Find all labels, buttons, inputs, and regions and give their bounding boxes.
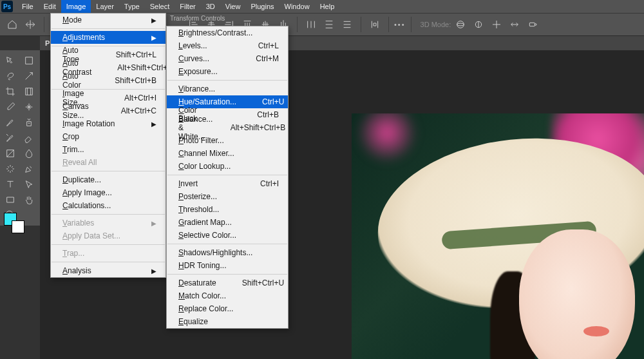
- image-menu-dropdown: Mode▶Adjustments▶Auto ToneShift+Ctrl+LAu…: [50, 13, 166, 278]
- frame-tool[interactable]: [20, 84, 38, 99]
- orbit-3d-icon[interactable]: [452, 16, 469, 33]
- distribute-h-icon[interactable]: [303, 16, 319, 33]
- type-tool[interactable]: [1, 177, 19, 192]
- adjustments-item[interactable]: Gradient Map...: [167, 216, 288, 229]
- image-menu-item[interactable]: Auto ColorShift+Ctrl+B: [51, 74, 166, 87]
- menu-view[interactable]: View: [220, 0, 246, 13]
- slide-3d-icon[interactable]: [506, 16, 523, 33]
- adjustments-item[interactable]: Selective Color...: [167, 229, 288, 242]
- adjustments-item[interactable]: Brightness/Contrast...: [167, 26, 288, 39]
- adjustments-item[interactable]: InvertCtrl+I: [167, 177, 288, 190]
- menu-separator: [167, 244, 287, 244]
- divider: [44, 17, 44, 32]
- adjustments-item[interactable]: Posterize...: [167, 190, 288, 203]
- menu-plugins[interactable]: Plugins: [245, 0, 279, 13]
- path-select-tool[interactable]: [20, 177, 38, 192]
- background-color-swatch[interactable]: [12, 220, 24, 233]
- pan-3d-icon[interactable]: [488, 16, 505, 33]
- svg-point-0: [457, 21, 464, 28]
- image-menu-item[interactable]: Analysis▶: [51, 264, 166, 277]
- adjustments-item[interactable]: HDR Toning...: [167, 259, 288, 272]
- distribute-b-icon[interactable]: [339, 16, 355, 33]
- menu-select[interactable]: Select: [145, 0, 175, 13]
- more-options-icon[interactable]: •••: [394, 21, 406, 28]
- adjustments-item[interactable]: Curves...Ctrl+M: [167, 52, 288, 65]
- marquee-tool[interactable]: [20, 53, 38, 68]
- svg-point-4: [535, 24, 537, 26]
- image-menu-item[interactable]: Crop: [51, 130, 166, 143]
- divider: [388, 17, 389, 32]
- move-tool[interactable]: [1, 53, 19, 68]
- image-menu-item: Variables▶: [51, 217, 166, 229]
- divider: [411, 17, 412, 32]
- distribute-v-icon[interactable]: [321, 16, 337, 33]
- spot-heal-tool[interactable]: [20, 99, 38, 115]
- menubar: Ps FileEditImageLayerTypeSelectFilter3DV…: [0, 0, 644, 13]
- adjustments-item[interactable]: Channel Mixer...: [167, 147, 288, 160]
- menu-image[interactable]: Image: [61, 0, 91, 13]
- brush-tool[interactable]: [1, 115, 19, 130]
- dodge-tool[interactable]: [1, 161, 19, 177]
- adjustments-item[interactable]: Exposure...: [167, 65, 288, 78]
- move-handles-icon[interactable]: [22, 16, 39, 33]
- image-menu-item: Reveal All: [51, 156, 166, 169]
- adjustments-item[interactable]: Levels...Ctrl+L: [167, 39, 288, 52]
- menu-help[interactable]: Help: [315, 0, 340, 13]
- menu-layer[interactable]: Layer: [91, 0, 119, 13]
- roll-3d-icon[interactable]: [470, 16, 487, 33]
- rectangle-tool[interactable]: [1, 192, 19, 208]
- image-menu-item: Apply Data Set...: [51, 229, 166, 242]
- menu-separator: [167, 274, 287, 275]
- image-menu-item[interactable]: Canvas Size...Alt+Ctrl+C: [51, 104, 166, 117]
- menu-edit[interactable]: Edit: [39, 0, 61, 13]
- image-menu-item[interactable]: Image Rotation▶: [51, 117, 166, 130]
- crop-tool[interactable]: [1, 84, 19, 99]
- adjustments-item[interactable]: Replace Color...: [167, 302, 288, 315]
- image-menu-item[interactable]: Calculations...: [51, 199, 166, 212]
- menu-separator: [52, 244, 165, 245]
- zoom-3d-icon[interactable]: [524, 16, 541, 33]
- home-icon[interactable]: [4, 16, 21, 33]
- magic-wand-tool[interactable]: [20, 68, 38, 84]
- distribute-spacing-icon[interactable]: [366, 16, 383, 33]
- menu-filter[interactable]: Filter: [175, 0, 200, 13]
- adjustments-item[interactable]: Match Color...: [167, 289, 288, 302]
- blur-tool[interactable]: [20, 146, 38, 161]
- adjustments-item[interactable]: Color Lookup...: [167, 160, 288, 173]
- adjustments-item[interactable]: Photo Filter...: [167, 134, 288, 147]
- menu-separator: [52, 214, 165, 215]
- transform-controls-label: Transform Controls: [170, 15, 225, 22]
- pen-tool[interactable]: [20, 161, 38, 177]
- adjustments-submenu: Brightness/Contrast...Levels...Ctrl+LCur…: [166, 26, 289, 329]
- image-menu-item[interactable]: Trim...: [51, 143, 166, 156]
- mode3d-label: 3D Mode:: [421, 21, 451, 28]
- gradient-tool[interactable]: [1, 146, 19, 161]
- menu-type[interactable]: Type: [119, 0, 145, 13]
- history-brush-tool[interactable]: [1, 130, 19, 146]
- image-menu-item[interactable]: Adjustments▶: [51, 31, 166, 44]
- svg-rect-3: [530, 23, 535, 26]
- menu-window[interactable]: Window: [279, 0, 315, 13]
- image-menu-item: Trap...: [51, 247, 166, 260]
- image-menu-item[interactable]: Apply Image...: [51, 186, 166, 199]
- clone-tool[interactable]: [20, 115, 38, 130]
- adjustments-item[interactable]: DesaturateShift+Ctrl+U: [167, 277, 288, 289]
- image-menu-item[interactable]: Mode▶: [51, 14, 166, 26]
- adjustments-item[interactable]: Threshold...: [167, 203, 288, 216]
- eyedropper-tool[interactable]: [1, 99, 19, 115]
- menu-separator: [52, 28, 165, 29]
- adjustments-item[interactable]: Equalize: [167, 315, 288, 328]
- image-menu-item[interactable]: Duplicate...: [51, 173, 166, 186]
- menu-3d[interactable]: 3D: [201, 0, 220, 13]
- menu-file[interactable]: File: [17, 0, 39, 13]
- hand-tool[interactable]: [20, 192, 38, 208]
- divider: [297, 17, 298, 32]
- adjustments-item[interactable]: Vibrance...: [167, 82, 288, 95]
- lasso-tool[interactable]: [1, 68, 19, 84]
- document-tab[interactable]: P: [45, 39, 50, 47]
- eraser-tool[interactable]: [20, 130, 38, 146]
- menu-separator: [52, 171, 165, 171]
- adjustments-item[interactable]: Shadows/Highlights...: [167, 246, 288, 259]
- photo-layer: [352, 113, 644, 359]
- divider: [361, 17, 361, 32]
